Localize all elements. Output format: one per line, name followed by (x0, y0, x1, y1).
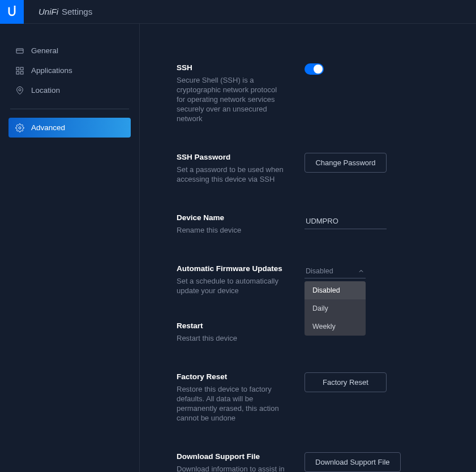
setting-text: Automatic Firmware Updates Set a schedul… (177, 264, 305, 295)
sidebar-item-label: Applications (31, 66, 72, 75)
setting-desc: Rename this device (177, 225, 287, 235)
sidebar-item-label: Location (31, 86, 60, 95)
setting-title: Factory Reset (177, 372, 305, 381)
content: SSH Secure Shell (SSH) is a cryptographi… (140, 24, 476, 472)
setting-text: Factory Reset Restore this device to fac… (177, 372, 305, 423)
setting-desc: Restart this device (177, 333, 287, 343)
setting-desc: Secure Shell (SSH) is a cryptographic ne… (177, 75, 287, 123)
download-support-button[interactable]: Download Support File (305, 452, 401, 472)
setting-device-name: Device Name Rename this device (177, 213, 476, 235)
setting-text: SSH Secure Shell (SSH) is a cryptographi… (177, 63, 305, 123)
setting-control (305, 213, 387, 229)
setting-factory-reset: Factory Reset Restore this device to fac… (177, 372, 476, 423)
setting-control: Disabled Disabled Daily Weekly (305, 264, 366, 278)
setting-desc: Download information to assist in debugg… (177, 464, 287, 472)
setting-title: Device Name (177, 213, 305, 222)
toggle-knob (314, 65, 323, 74)
setting-text: SSH Password Set a password to be used w… (177, 153, 305, 184)
setting-text: Device Name Rename this device (177, 213, 305, 235)
header: UniFi Settings (0, 0, 476, 24)
setting-control: Factory Reset (305, 372, 387, 392)
setting-control: Change Password (305, 153, 387, 173)
svg-rect-5 (16, 71, 19, 74)
setting-desc: Restore this device to factory defaults.… (177, 384, 287, 423)
setting-text: Download Support File Download informati… (177, 452, 305, 472)
sidebar-item-advanced[interactable]: Advanced (8, 118, 131, 138)
svg-point-7 (19, 88, 21, 91)
page-name: Settings (62, 7, 92, 16)
setting-control (305, 63, 324, 77)
setting-control: Download Support File (305, 452, 401, 472)
ssh-toggle[interactable] (305, 63, 324, 75)
setting-download-support: Download Support File Download informati… (177, 452, 476, 472)
dropdown-option-disabled[interactable]: Disabled (305, 281, 366, 299)
select-value: Disabled (306, 267, 333, 275)
app-logo[interactable] (0, 0, 24, 24)
svg-rect-4 (20, 67, 23, 70)
firmware-select[interactable]: Disabled (305, 264, 366, 278)
sidebar-item-location[interactable]: Location (8, 80, 131, 100)
change-password-button[interactable]: Change Password (305, 153, 387, 173)
setting-text: Restart Restart this device (177, 321, 305, 343)
gear-icon (15, 123, 24, 132)
setting-desc: Set a schedule to automatically update y… (177, 276, 287, 295)
factory-reset-button[interactable]: Factory Reset (305, 372, 387, 392)
sidebar-item-general[interactable]: General (8, 41, 131, 61)
sidebar-item-label: General (31, 46, 58, 55)
setting-title: Download Support File (177, 452, 305, 461)
svg-rect-1 (16, 49, 23, 53)
dropdown-option-weekly[interactable]: Weekly (305, 317, 366, 336)
sidebar-divider (10, 109, 129, 109)
device-name-input[interactable] (305, 213, 387, 229)
svg-rect-0 (14, 6, 16, 7)
sidebar-item-label: Advanced (31, 123, 65, 132)
sidebar: General Applications Location (0, 24, 140, 472)
svg-rect-6 (20, 71, 23, 74)
setting-desc: Set a password to be used when accessing… (177, 165, 287, 184)
setting-firmware-updates: Automatic Firmware Updates Set a schedul… (177, 264, 476, 295)
setting-title: Restart (177, 321, 305, 330)
general-icon (15, 46, 24, 55)
firmware-dropdown: Disabled Daily Weekly (305, 281, 366, 336)
main: General Applications Location (0, 24, 476, 472)
location-icon (15, 86, 24, 95)
dropdown-option-daily[interactable]: Daily (305, 299, 366, 317)
setting-title: SSH (177, 63, 305, 72)
svg-rect-3 (16, 67, 19, 70)
svg-point-8 (19, 127, 21, 129)
chevron-up-icon (358, 268, 364, 274)
page-title: UniFi Settings (38, 7, 92, 16)
setting-title: Automatic Firmware Updates (177, 264, 305, 273)
setting-ssh-password: SSH Password Set a password to be used w… (177, 153, 476, 184)
setting-ssh: SSH Secure Shell (SSH) is a cryptographi… (177, 63, 476, 123)
apps-icon (15, 66, 24, 75)
brand-text: UniFi (38, 7, 58, 16)
setting-title: SSH Password (177, 153, 305, 161)
sidebar-item-applications[interactable]: Applications (8, 61, 131, 80)
